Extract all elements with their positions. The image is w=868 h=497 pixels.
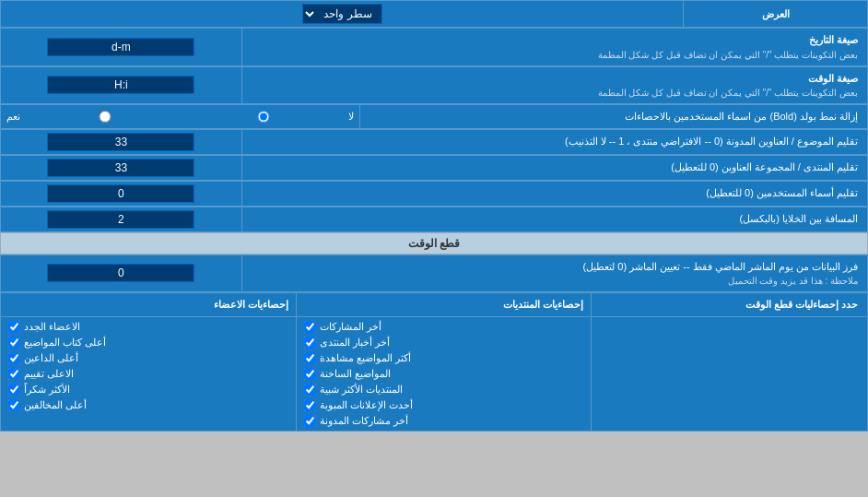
forum-title-count-label: تقليم الموضوع / العناوين المدونة (0 -- ا… <box>241 129 867 154</box>
col2-checkboxes: الاعضاء الجدد أعلى كتاب المواضيع أعلى ال… <box>1 316 297 431</box>
stats-apply-label: حدد إحصاءليات قطع الوقت <box>592 293 868 317</box>
cb-label-5: أحدث الإعلانات المبوبة <box>320 399 413 411</box>
cb-item-3: المواضيع الساخنة <box>304 366 584 382</box>
cb-label-c2-0: الاعضاء الجدد <box>24 321 80 333</box>
cb-label-c2-3: الاعلى تقييم <box>24 368 74 380</box>
cb-label-1: أخر أخبار المنتدى <box>320 337 390 349</box>
col1-header: إحصاءيات المنتديات <box>296 293 592 317</box>
bold-remove-yes-radio[interactable] <box>31 111 179 123</box>
bold-remove-label: إزالة نمط بولد (Bold) من اسماء المستخدمي… <box>360 105 868 129</box>
cb-input-c2-0[interactable] <box>8 321 20 333</box>
cb-item-c2-5: أعلى المخالفين <box>8 397 288 413</box>
usernames-trim-cell: 0 <box>1 181 242 206</box>
time-format-input[interactable]: H:i <box>47 76 194 94</box>
cb-item-0: أخر المشاركات <box>304 319 584 335</box>
bold-remove-radio-cell: نعم لا <box>1 105 360 129</box>
date-format-sublabel: بعض التكوينات يتطلب "/" التي يمكن ان تضا… <box>252 48 858 62</box>
time-format-sublabel: بعض التكوينات يتطلب "/" التي يمكن ان تضا… <box>252 86 858 100</box>
cb-label-2: أكثر المواضيع مشاهدة <box>320 352 411 364</box>
cb-item-c2-1: أعلى كتاب المواضيع <box>8 335 288 350</box>
usernames-trim-label: تقليم أسماء المستخدمين (0 للتعطيل) <box>241 181 867 206</box>
cell-spacing-input[interactable]: 2 <box>47 210 194 229</box>
cb-label-3: المواضيع الساخنة <box>320 368 391 380</box>
time-format-input-cell: H:i <box>1 66 242 104</box>
date-format-input-cell: d-m <box>1 29 242 66</box>
cb-label-c2-4: الأكثر شكراً <box>24 384 70 396</box>
cb-label-0: أخر المشاركات <box>320 321 381 333</box>
cb-item-c2-4: الأكثر شكراً <box>8 382 288 397</box>
date-format-input[interactable]: d-m <box>47 38 194 56</box>
cb-label-c2-5: أعلى المخالفين <box>24 399 87 411</box>
cb-label-4: المنتديات الأكثر شبية <box>320 384 403 396</box>
cb-label-c2-1: أعلى كتاب المواضيع <box>24 337 106 349</box>
cb-input-3[interactable] <box>304 368 316 380</box>
date-format-label: صيغة التاريخ بعض التكوينات يتطلب "/" الت… <box>241 29 867 66</box>
cb-item-2: أكثر المواضيع مشاهدة <box>304 350 584 366</box>
cb-item-5: أحدث الإعلانات المبوبة <box>304 397 584 413</box>
cb-item-c2-0: الاعضاء الجدد <box>8 319 288 335</box>
cb-input-c2-4[interactable] <box>8 384 20 396</box>
time-cut-input[interactable]: 0 <box>47 264 194 282</box>
col1-checkboxes: أخر المشاركات أخر أخبار المنتدى أكثر الم… <box>296 316 592 431</box>
time-format-label: صيغة الوقت بعض التكوينات يتطلب "/" التي … <box>241 66 867 104</box>
radio-yes-label: نعم <box>6 111 20 123</box>
cb-item-c2-2: أعلى الداعين <box>8 350 288 366</box>
cb-input-2[interactable] <box>304 352 316 364</box>
col2-header: إحصاءيات الاعضاء <box>1 293 297 317</box>
forum-group-count-cell: 33 <box>1 155 242 180</box>
cb-input-c2-3[interactable] <box>8 368 20 380</box>
cb-input-4[interactable] <box>304 384 316 396</box>
stats-empty-label <box>592 316 868 431</box>
cb-input-5[interactable] <box>304 399 316 411</box>
time-format-title: صيغة الوقت <box>252 71 858 87</box>
cb-input-c2-2[interactable] <box>8 352 20 364</box>
bold-remove-no-radio[interactable] <box>190 111 337 123</box>
radio-no-label: لا <box>348 111 354 123</box>
date-format-title: صيغة التاريخ <box>252 32 858 48</box>
cb-item-1: أخر أخبار المنتدى <box>304 335 584 350</box>
time-cut-value-cell: 0 <box>1 254 242 292</box>
cb-input-0[interactable] <box>304 321 316 333</box>
cb-item-c2-3: الاعلى تقييم <box>8 366 288 382</box>
time-cut-section-title: قطع الوقت <box>0 232 868 254</box>
cb-input-6[interactable] <box>304 415 316 427</box>
time-cut-note: ملاحظة : هذا قد يزيد وقت التحميل <box>252 274 858 288</box>
cb-label-6: أخر مشاركات المدونة <box>320 415 408 427</box>
cell-spacing-cell: 2 <box>1 207 242 231</box>
time-cut-main-label: فرز البيانات من يوم الماشر الماضي فقط --… <box>252 259 858 275</box>
cell-spacing-label: المسافة بين الخلايا (بالبكسل) <box>241 207 867 231</box>
display-label: العرض <box>684 1 868 28</box>
cb-input-1[interactable] <box>304 337 316 349</box>
single-line-select-cell: سطر واحد سطران ثلاثة أسطر <box>1 1 684 28</box>
cb-label-c2-2: أعلى الداعين <box>24 352 78 364</box>
single-line-select[interactable]: سطر واحد سطران ثلاثة أسطر <box>302 4 382 24</box>
cb-input-c2-1[interactable] <box>8 337 20 349</box>
forum-title-count-cell: 33 <box>1 129 242 154</box>
cb-item-6: أخر مشاركات المدونة <box>304 413 584 429</box>
forum-group-count-label: تقليم المنتدى / المجموعة العناوين (0 للت… <box>241 155 867 180</box>
forum-group-count-input[interactable]: 33 <box>47 159 194 177</box>
cb-input-c2-5[interactable] <box>8 399 20 411</box>
cb-item-4: المنتديات الأكثر شبية <box>304 382 584 397</box>
forum-title-count-input[interactable]: 33 <box>47 133 194 151</box>
time-cut-label: فرز البيانات من يوم الماشر الماضي فقط --… <box>241 254 867 292</box>
usernames-trim-input[interactable]: 0 <box>47 184 194 203</box>
